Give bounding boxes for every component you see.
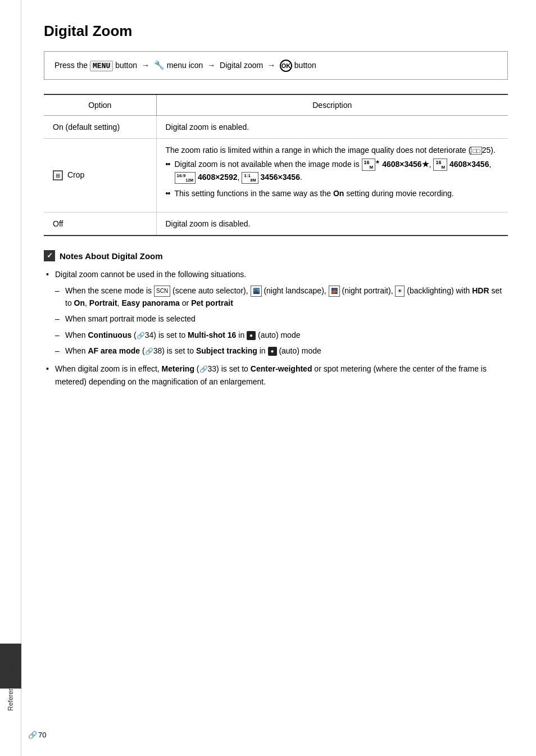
auto-mode-camera-icon-2: ●: [268, 347, 277, 356]
breadcrumb-box: Press the MENU button → 🔧 menu icon → Di…: [44, 51, 508, 80]
check-icon: ✓: [44, 250, 55, 261]
table-header-description: Description: [156, 94, 508, 116]
main-content: Digital Zoom Press the MENU button → 🔧 m…: [21, 0, 536, 756]
notes-list: Digital zoom cannot be used in the follo…: [44, 268, 508, 388]
night-landscape-icon: 🌃: [251, 286, 262, 297]
options-table: Option Description On (default setting) …: [44, 94, 508, 236]
description-on: Digital zoom is enabled.: [156, 115, 508, 138]
sub-item-af-area: When AF area mode (🔗38) is set to Subjec…: [55, 345, 508, 357]
ok-button-icon: OK: [280, 60, 292, 72]
mode-badge-169: 16:912M: [175, 172, 196, 184]
page-num-icon: 🔗: [28, 731, 37, 739]
auto-mode-camera-icon: ●: [247, 331, 256, 340]
description-crop: The zoom ratio is limited within a range…: [156, 138, 508, 212]
notes-item-1: Digital zoom cannot be used in the follo…: [44, 268, 508, 357]
notes-title: ✓ Notes About Digital Zoom: [44, 250, 508, 261]
option-on: On (default setting): [44, 115, 156, 138]
table-row: On (default setting) Digital zoom is ena…: [44, 115, 508, 138]
mode-badge-11: 1:18M: [242, 172, 258, 184]
backlight-icon: ☀: [395, 286, 405, 297]
menu-key: MENU: [90, 61, 113, 71]
option-off: Off: [44, 212, 156, 236]
sub-list-1: When the scene mode is SCN (scene auto s…: [55, 284, 508, 357]
option-crop: ⊞ Crop: [44, 138, 156, 212]
page-wrapper: Reference Section Digital Zoom Press the…: [0, 0, 536, 756]
mode-badge-16m-star: 16M: [362, 159, 376, 171]
table-header-option: Option: [44, 94, 156, 116]
description-off: Digital zoom is disabled.: [156, 212, 508, 236]
notes-title-text: Notes About Digital Zoom: [60, 251, 163, 261]
night-portrait-icon: 🌉: [329, 286, 340, 297]
notes-item-2: When digital zoom is in effect, Metering…: [44, 363, 508, 388]
table-row: ⊞ Crop The zoom ratio is limited within …: [44, 138, 508, 212]
page-number: 🔗70: [28, 731, 46, 739]
sidebar-label: Reference Section: [7, 655, 15, 711]
table-row: Off Digital zoom is disabled.: [44, 212, 508, 236]
notes-section: ✓ Notes About Digital Zoom Digital zoom …: [44, 250, 508, 388]
wrench-icon: 🔧: [154, 60, 165, 70]
crop-icon: ⊞: [53, 170, 63, 180]
sub-item-smart-portrait: When smart portrait mode is selected: [55, 313, 508, 325]
sub-item-scene: When the scene mode is SCN (scene auto s…: [55, 284, 508, 310]
mode-badge-16m: 16M: [433, 159, 447, 171]
scene-auto-icon: SCN: [154, 286, 170, 297]
sidebar: Reference Section: [0, 0, 21, 756]
sub-item-continuous: When Continuous (🔗34) is set to Multi-sh…: [55, 329, 508, 341]
page-title: Digital Zoom: [44, 22, 508, 40]
